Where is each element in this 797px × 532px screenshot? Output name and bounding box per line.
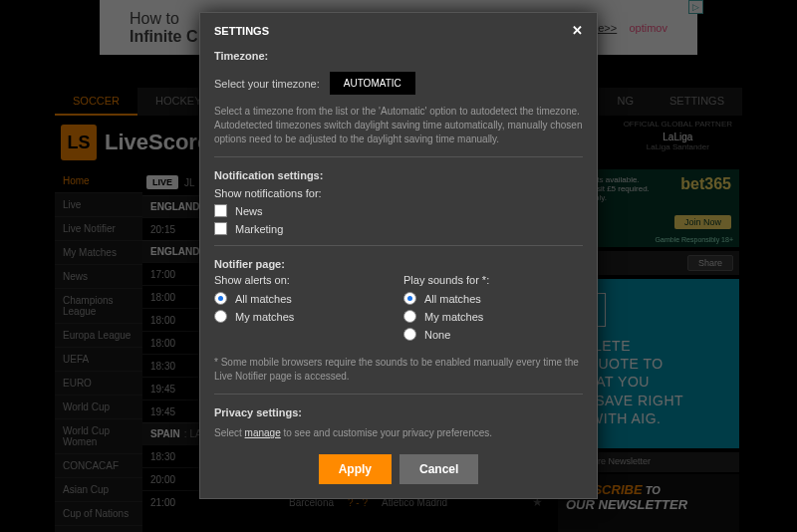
- timezone-help: Select a timezone from the list or the '…: [214, 105, 583, 146]
- alerts-all-radio[interactable]: [214, 292, 227, 305]
- news-checkbox[interactable]: [214, 204, 227, 217]
- cancel-button[interactable]: Cancel: [399, 454, 478, 484]
- tz-select-label: Select your timezone:: [214, 78, 320, 90]
- alerts-head: Show alerts on:: [214, 274, 394, 286]
- apply-button[interactable]: Apply: [319, 454, 392, 484]
- timezone-automatic-button[interactable]: AUTOMATIC: [330, 72, 415, 95]
- modal-header: SETTINGS ✕: [214, 23, 583, 38]
- settings-modal: SETTINGS ✕ Timezone: Select your timezon…: [199, 12, 598, 499]
- privacy-heading: Privacy settings:: [214, 406, 583, 418]
- sounds-all-radio[interactable]: [403, 292, 416, 305]
- sounds-footnote: * Some mobile browsers require the sound…: [214, 356, 583, 384]
- notifier-heading: Notifier page:: [214, 258, 583, 270]
- sounds-none-radio[interactable]: [403, 328, 416, 341]
- show-notifications-label: Show notifications for:: [214, 187, 583, 199]
- sounds-my-radio[interactable]: [403, 310, 416, 323]
- privacy-text: Select manage to see and customise your …: [214, 426, 583, 440]
- close-icon[interactable]: ✕: [572, 23, 583, 38]
- notification-heading: Notification settings:: [214, 169, 583, 181]
- alerts-my-radio[interactable]: [214, 310, 227, 323]
- timezone-heading: Timezone:: [214, 50, 583, 62]
- manage-privacy-link[interactable]: manage: [245, 427, 281, 438]
- sounds-head: Play sounds for *:: [403, 274, 583, 286]
- marketing-checkbox[interactable]: [214, 222, 227, 235]
- modal-title: SETTINGS: [214, 25, 269, 37]
